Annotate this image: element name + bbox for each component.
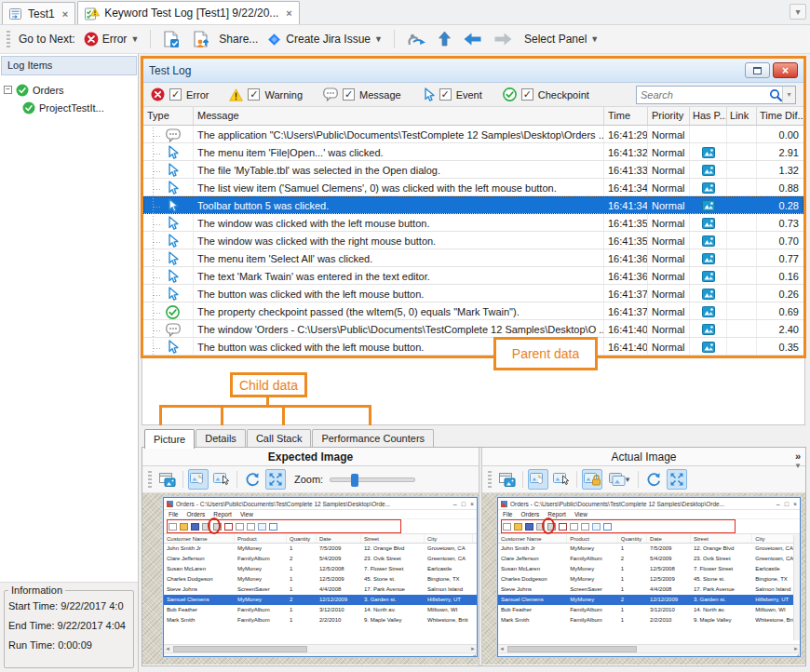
tab-details[interactable]: Details bbox=[196, 429, 246, 448]
chevron-down-icon[interactable]: ▼ bbox=[794, 462, 802, 471]
tab-performance-counters[interactable]: Performance Counters bbox=[312, 429, 434, 448]
jump-to-test-button[interactable] bbox=[403, 30, 429, 49]
tab-picture[interactable]: Picture bbox=[144, 429, 195, 449]
select-mode-button[interactable] bbox=[211, 469, 232, 490]
column-header-has-picture[interactable]: Has P... bbox=[690, 107, 727, 125]
column-header-link[interactable]: Link bbox=[727, 107, 757, 125]
orders-cell: 1 bbox=[618, 605, 647, 615]
log-row[interactable]: Toolbar button 5 was clicked.16:41:34Nor… bbox=[143, 196, 803, 214]
orders-column-header: Street bbox=[691, 534, 752, 543]
annotation-connector bbox=[369, 405, 371, 425]
tab-call-stack[interactable]: Call Stack bbox=[247, 429, 312, 448]
go-up-button[interactable] bbox=[435, 29, 454, 49]
log-row[interactable]: The button was clicked with the left mou… bbox=[143, 285, 803, 302]
picture-icon[interactable] bbox=[702, 165, 715, 176]
tab-test1[interactable]: Test1 × bbox=[2, 2, 75, 24]
goto-next-error-button[interactable]: Error ▼ bbox=[81, 30, 142, 48]
run-jump-icon bbox=[406, 32, 426, 47]
refresh-button[interactable] bbox=[643, 469, 664, 490]
overflow-chevron-icon[interactable]: » bbox=[795, 450, 801, 462]
log-row[interactable]: The menu item 'Select All' was clicked.1… bbox=[143, 249, 803, 267]
close-tab-icon[interactable]: × bbox=[62, 8, 68, 20]
orders-cell: Charles Dodgeson bbox=[498, 574, 567, 585]
picture-icon[interactable] bbox=[702, 289, 715, 300]
fit-to-window-button[interactable] bbox=[265, 469, 286, 490]
close-tab-icon[interactable]: × bbox=[286, 7, 291, 19]
column-header-time-diff[interactable]: Time Dif... bbox=[757, 107, 803, 125]
view-image-button[interactable] bbox=[497, 469, 518, 490]
error-checkbox[interactable]: ✓ bbox=[169, 88, 182, 101]
column-header-type[interactable]: Type bbox=[143, 107, 194, 125]
warning-checkbox[interactable]: ✓ bbox=[248, 88, 260, 101]
view-image-button[interactable] bbox=[157, 469, 178, 490]
log-row[interactable]: The text 'Mark Twain' was entered in the… bbox=[143, 267, 803, 285]
menu-item: File bbox=[169, 511, 178, 517]
picture-icon[interactable] bbox=[702, 342, 715, 353]
select-mode-button[interactable] bbox=[551, 469, 572, 490]
zoom-slider[interactable] bbox=[330, 477, 415, 482]
refresh-button[interactable] bbox=[242, 469, 263, 490]
orders-cell: 1 bbox=[618, 585, 647, 595]
picture-icon[interactable] bbox=[702, 324, 715, 335]
tab-keyword-test-log[interactable]: Keyword Test Log [Test1] 9/22/20... × bbox=[77, 1, 300, 24]
go-forward-button[interactable] bbox=[491, 30, 516, 48]
actual-image-preview[interactable]: Orders - C:\Users\Public\Documents\TestC… bbox=[482, 493, 805, 665]
tab-list-dropdown-icon[interactable]: ▾ bbox=[790, 4, 806, 20]
share-label[interactable]: Share... bbox=[219, 33, 258, 46]
collapse-icon[interactable]: − bbox=[4, 86, 12, 94]
zoom-slider-thumb[interactable] bbox=[351, 474, 358, 487]
log-row[interactable]: The property checkpoint passed (the wIte… bbox=[143, 302, 803, 320]
toolbar-overflow[interactable]: » ▼ bbox=[794, 450, 802, 471]
picture-icon[interactable] bbox=[702, 182, 715, 194]
column-header-time[interactable]: Time bbox=[604, 107, 648, 125]
create-jira-issue-button[interactable]: Create Jira Issue ▼ bbox=[263, 30, 385, 49]
log-row[interactable]: The menu item 'File|Open...' was clicked… bbox=[143, 143, 803, 161]
go-back-button[interactable] bbox=[460, 30, 485, 48]
log-row[interactable]: The list view item ('Samuel Clemens', 0)… bbox=[143, 179, 803, 196]
picture-icon[interactable] bbox=[702, 147, 715, 158]
column-header-message[interactable]: Message bbox=[194, 107, 604, 125]
log-row[interactable]: The window was clicked with the right mo… bbox=[143, 232, 803, 249]
image-options-button[interactable]: ▾ bbox=[605, 469, 633, 490]
toolbar-grip[interactable] bbox=[7, 31, 10, 47]
orders-cell: 45. Stone st. bbox=[691, 574, 752, 585]
tab-label: Keyword Test Log [Test1] 9/22/20... bbox=[104, 7, 278, 20]
log-row[interactable]: The application "C:\Users\Public\Documen… bbox=[143, 126, 803, 143]
picture-icon[interactable] bbox=[702, 271, 715, 282]
select-panel-button[interactable]: Select Panel ▼ bbox=[521, 31, 601, 47]
end-time: End Time: 9/22/2017 4:04 bbox=[8, 616, 129, 636]
test-log-titlebar[interactable]: Test Log × bbox=[143, 59, 803, 83]
log-row[interactable]: The file 'MyTable.tbl' was selected in t… bbox=[143, 161, 803, 179]
log-row[interactable]: The window 'Orders - C:\Users\Public\Doc… bbox=[143, 320, 803, 338]
pan-mode-button[interactable] bbox=[188, 469, 209, 490]
event-checkbox[interactable]: ✓ bbox=[439, 88, 452, 101]
picture-icon[interactable] bbox=[702, 253, 715, 264]
type-cell bbox=[143, 232, 194, 249]
export-results-button[interactable] bbox=[189, 29, 213, 50]
toolbar-grip[interactable] bbox=[488, 471, 492, 488]
checkpoint-checkbox[interactable]: ✓ bbox=[521, 88, 533, 101]
column-header-priority[interactable]: Priority bbox=[648, 107, 690, 125]
log-row[interactable]: The window was clicked with the left mou… bbox=[143, 214, 803, 232]
event-icon bbox=[166, 269, 179, 284]
lock-image-button[interactable] bbox=[582, 469, 602, 490]
picture-icon[interactable] bbox=[702, 200, 715, 211]
picture-icon[interactable] bbox=[702, 306, 715, 317]
restore-window-button[interactable] bbox=[745, 62, 770, 78]
toolbar-grip[interactable] bbox=[148, 471, 152, 488]
picture-icon[interactable] bbox=[702, 235, 715, 247]
pan-hand-icon bbox=[190, 473, 207, 486]
log-row[interactable]: The button was clicked with the left mou… bbox=[143, 338, 803, 356]
message-checkbox[interactable]: ✓ bbox=[343, 88, 355, 101]
pan-mode-button[interactable] bbox=[528, 469, 548, 490]
select-results-button[interactable] bbox=[159, 29, 183, 50]
expected-image-preview[interactable]: Orders - C:\Users\Public\Documents\TestC… bbox=[142, 493, 479, 665]
fit-to-window-button[interactable] bbox=[667, 469, 687, 490]
picture-icon[interactable] bbox=[702, 218, 715, 229]
search-dropdown-icon[interactable]: ▾ bbox=[782, 87, 795, 103]
close-window-button[interactable]: × bbox=[773, 62, 798, 78]
search-input[interactable] bbox=[637, 89, 769, 101]
search-icon[interactable] bbox=[769, 88, 782, 101]
tree-item-projecttestitem[interactable]: ProjectTestIt... bbox=[4, 99, 134, 116]
tree-item-orders[interactable]: − Orders bbox=[4, 81, 134, 99]
